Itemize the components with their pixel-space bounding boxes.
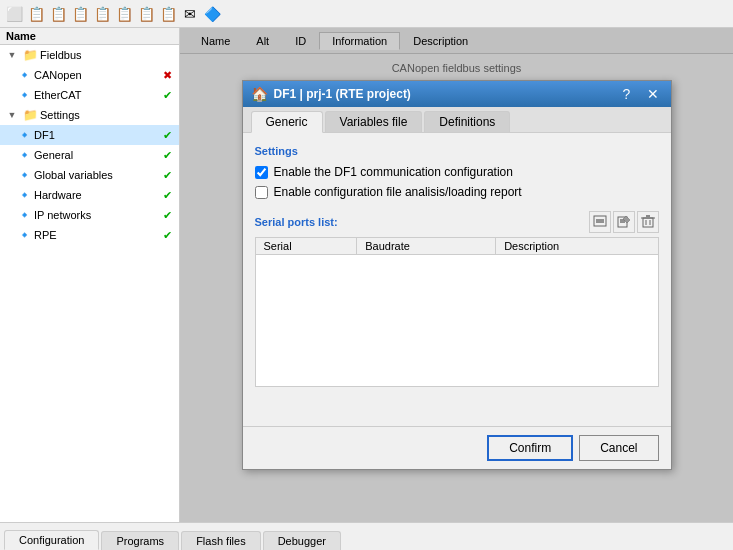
serial-add-button[interactable] bbox=[589, 211, 611, 233]
tree-item-general[interactable]: 🔹 General ✔ bbox=[0, 145, 179, 165]
table-header-description: Description bbox=[496, 238, 658, 255]
tree-item-global-variables[interactable]: 🔹 Global variables ✔ bbox=[0, 165, 179, 185]
dialog-tabs: Generic Variables file Definitions bbox=[243, 107, 671, 133]
serial-delete-button[interactable] bbox=[637, 211, 659, 233]
svg-rect-0 bbox=[594, 216, 606, 226]
dialog-footer: Confirm Cancel bbox=[243, 426, 671, 469]
tree-item-rpe[interactable]: 🔹 RPE ✔ bbox=[0, 225, 179, 245]
tree-label-general: General bbox=[34, 149, 163, 161]
check-canopen: ✖ bbox=[163, 69, 175, 81]
dialog-title-text: DF1 | prj-1 (RTE project) bbox=[274, 87, 611, 101]
tree-item-fieldbus[interactable]: ▼ 📁 Fieldbus bbox=[0, 45, 179, 65]
serial-ports-label: Serial ports list: bbox=[255, 216, 338, 228]
check-df1: ✔ bbox=[163, 129, 175, 141]
main-content: Name ▼ 📁 Fieldbus 🔹 CANopen ✖ 🔹 EtherCAT… bbox=[0, 28, 733, 522]
settings-section-label: Settings bbox=[255, 145, 659, 157]
table-header-baudrate: Baudrate bbox=[357, 238, 496, 255]
toolbar-icon-9[interactable]: ✉ bbox=[180, 4, 200, 24]
leaf-icon-ip-networks: 🔹 bbox=[16, 207, 32, 223]
leaf-icon-rpe: 🔹 bbox=[16, 227, 32, 243]
leaf-icon-ethercat: 🔹 bbox=[16, 87, 32, 103]
checkbox-label-1: Enable the DF1 communication configurati… bbox=[274, 165, 513, 179]
check-hardware: ✔ bbox=[163, 189, 175, 201]
main-window: ⬜ 📋 📋 📋 📋 📋 📋 📋 ✉ 🔷 Name ▼ 📁 Fieldbus 🔹 … bbox=[0, 0, 733, 550]
toolbar: ⬜ 📋 📋 📋 📋 📋 📋 📋 ✉ 🔷 bbox=[0, 0, 733, 28]
check-global-variables: ✔ bbox=[163, 169, 175, 181]
check-general: ✔ bbox=[163, 149, 175, 161]
serial-ports-section: Serial ports list: bbox=[255, 211, 659, 387]
tree-label-hardware: Hardware bbox=[34, 189, 163, 201]
dialog: 🏠 DF1 | prj-1 (RTE project) ? ✕ Generic … bbox=[242, 80, 672, 470]
svg-rect-6 bbox=[643, 218, 653, 227]
bottom-tab-programs[interactable]: Programs bbox=[101, 531, 179, 550]
dialog-close-button[interactable]: ✕ bbox=[643, 85, 663, 103]
check-ethercat: ✔ bbox=[163, 89, 175, 101]
check-rpe: ✔ bbox=[163, 229, 175, 241]
tree-header: Name bbox=[0, 28, 179, 45]
checkbox-enable-df1[interactable] bbox=[255, 166, 268, 179]
left-panel: Name ▼ 📁 Fieldbus 🔹 CANopen ✖ 🔹 EtherCAT… bbox=[0, 28, 180, 522]
bottom-tab-configuration[interactable]: Configuration bbox=[4, 530, 99, 550]
serial-edit-button[interactable] bbox=[613, 211, 635, 233]
serial-ports-icons bbox=[589, 211, 659, 233]
right-panel: Name Alt ID Information Description CANo… bbox=[180, 28, 733, 522]
tree-item-df1[interactable]: 🔹 DF1 ✔ bbox=[0, 125, 179, 145]
toolbar-icon-3[interactable]: 📋 bbox=[48, 4, 68, 24]
checkbox-enable-config[interactable] bbox=[255, 186, 268, 199]
toolbar-icon-5[interactable]: 📋 bbox=[92, 4, 112, 24]
tree-label-global-variables: Global variables bbox=[34, 169, 163, 181]
tree-label-canopen: CANopen bbox=[34, 69, 163, 81]
tree-label-df1: DF1 bbox=[34, 129, 163, 141]
tree-label-ip-networks: IP networks bbox=[34, 209, 163, 221]
dialog-content: Settings Enable the DF1 communication co… bbox=[243, 133, 671, 426]
checkbox-row-2: Enable configuration file analisis/loadi… bbox=[255, 185, 659, 199]
tree-label-rpe: RPE bbox=[34, 229, 163, 241]
toolbar-icon-8[interactable]: 📋 bbox=[158, 4, 178, 24]
dialog-help-button[interactable]: ? bbox=[617, 85, 637, 103]
toolbar-icon-6[interactable]: 📋 bbox=[114, 4, 134, 24]
table-header-serial: Serial bbox=[255, 238, 357, 255]
leaf-icon-canopen: 🔹 bbox=[16, 67, 32, 83]
toolbar-icon-7[interactable]: 📋 bbox=[136, 4, 156, 24]
dialog-tab-definitions[interactable]: Definitions bbox=[424, 111, 510, 132]
expand-icon-fieldbus: ▼ bbox=[4, 47, 20, 63]
leaf-icon-df1: 🔹 bbox=[16, 127, 32, 143]
table-empty-cell bbox=[255, 255, 658, 387]
serial-ports-header: Serial ports list: bbox=[255, 211, 659, 233]
serial-ports-table: Serial Baudrate Description bbox=[255, 237, 659, 387]
checkbox-label-2: Enable configuration file analisis/loadi… bbox=[274, 185, 522, 199]
leaf-icon-general: 🔹 bbox=[16, 147, 32, 163]
bottom-tab-debugger[interactable]: Debugger bbox=[263, 531, 341, 550]
leaf-icon-global-variables: 🔹 bbox=[16, 167, 32, 183]
tree-item-hardware[interactable]: 🔹 Hardware ✔ bbox=[0, 185, 179, 205]
tree-label-ethercat: EtherCAT bbox=[34, 89, 163, 101]
dialog-title-icon: 🏠 bbox=[251, 86, 268, 102]
toolbar-icon-1[interactable]: ⬜ bbox=[4, 4, 24, 24]
tree-item-ip-networks[interactable]: 🔹 IP networks ✔ bbox=[0, 205, 179, 225]
dialog-tab-variables-file[interactable]: Variables file bbox=[325, 111, 423, 132]
cancel-button[interactable]: Cancel bbox=[579, 435, 658, 461]
bottom-tabs: Configuration Programs Flash files Debug… bbox=[0, 522, 733, 550]
tree-item-settings[interactable]: ▼ 📁 Settings bbox=[0, 105, 179, 125]
toolbar-icon-4[interactable]: 📋 bbox=[70, 4, 90, 24]
tree-item-ethercat[interactable]: 🔹 EtherCAT ✔ bbox=[0, 85, 179, 105]
leaf-icon-hardware: 🔹 bbox=[16, 187, 32, 203]
toolbar-icon-2[interactable]: 📋 bbox=[26, 4, 46, 24]
dialog-titlebar: 🏠 DF1 | prj-1 (RTE project) ? ✕ bbox=[243, 81, 671, 107]
tree-label-settings: Settings bbox=[40, 109, 175, 121]
folder-icon-settings: 📁 bbox=[22, 107, 38, 123]
modal-overlay: 🏠 DF1 | prj-1 (RTE project) ? ✕ Generic … bbox=[180, 28, 733, 522]
checkbox-row-1: Enable the DF1 communication configurati… bbox=[255, 165, 659, 179]
check-ip-networks: ✔ bbox=[163, 209, 175, 221]
tree-item-canopen[interactable]: 🔹 CANopen ✖ bbox=[0, 65, 179, 85]
table-empty-row bbox=[255, 255, 658, 387]
confirm-button[interactable]: Confirm bbox=[487, 435, 573, 461]
toolbar-icon-10[interactable]: 🔷 bbox=[202, 4, 222, 24]
tree-label-fieldbus: Fieldbus bbox=[40, 49, 175, 61]
bottom-tab-flash-files[interactable]: Flash files bbox=[181, 531, 261, 550]
folder-icon-fieldbus: 📁 bbox=[22, 47, 38, 63]
expand-icon-settings: ▼ bbox=[4, 107, 20, 123]
dialog-tab-generic[interactable]: Generic bbox=[251, 111, 323, 133]
